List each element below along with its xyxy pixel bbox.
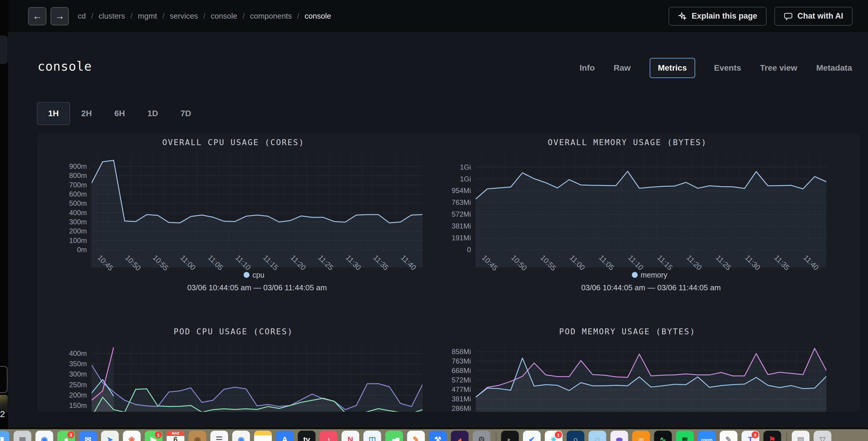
apple-tv-icon[interactable]: tv: [298, 431, 315, 441]
tab-metrics[interactable]: Metrics: [650, 58, 695, 78]
dock-divider: [786, 432, 787, 441]
breadcrumb-item-mgmt[interactable]: mgmt: [138, 11, 157, 21]
svg-text:03/06 10:44:05 am — 03/06 11:4: 03/06 10:44:05 am — 03/06 11:44:05 am: [187, 283, 327, 292]
tab-raw[interactable]: Raw: [614, 59, 631, 78]
svg-text:cpu: cpu: [253, 271, 265, 279]
svg-text:800m: 800m: [69, 171, 87, 179]
firefox-glyph: ◕: [457, 436, 462, 441]
pages-icon[interactable]: ✎: [407, 431, 425, 441]
metrics-card: OVERALL CPU USAGE (CORES)0m100m200m300m4…: [37, 134, 860, 412]
time-range-1d[interactable]: 1D: [136, 102, 169, 125]
launchpad-icon[interactable]: ▦: [13, 431, 31, 441]
apple-tv-glyph: tv: [303, 436, 310, 441]
breadcrumb-item-components[interactable]: components: [250, 11, 292, 21]
svg-text:700m: 700m: [69, 181, 87, 189]
game-pin-app-icon[interactable]: ⚑: [764, 431, 781, 441]
orange-utility-icon[interactable]: ▯▯: [632, 431, 650, 441]
safari-icon[interactable]: ◉: [35, 431, 53, 441]
tab-info[interactable]: Info: [580, 59, 595, 78]
password-app-icon[interactable]: ○: [567, 431, 584, 441]
xcode-icon[interactable]: ⚒: [429, 431, 447, 441]
time-range-2h[interactable]: 2H: [70, 102, 103, 125]
background-window-strip: 2: [0, 0, 8, 430]
trash-glyph: ▽: [819, 436, 826, 441]
breadcrumb-item-console[interactable]: console: [305, 11, 331, 21]
contacts-glyph: ◉: [194, 436, 201, 441]
spotify-icon[interactable]: ≋: [676, 431, 694, 441]
terminal-icon[interactable]: >_: [501, 431, 519, 441]
breadcrumb-item-clusters[interactable]: clusters: [99, 11, 125, 21]
breadcrumb-item-cd[interactable]: cd: [78, 11, 86, 21]
time-range-7d[interactable]: 7D: [169, 102, 203, 125]
svg-text:200m: 200m: [69, 227, 87, 235]
finder-glyph: ◨: [0, 436, 4, 441]
zoom-icon[interactable]: zoom: [698, 431, 716, 441]
preview-app-glyph: ◌: [595, 436, 599, 441]
chrome-icon[interactable]: ◉: [232, 431, 250, 441]
slack-icon[interactable]: ✳1: [545, 431, 562, 441]
time-range-1h[interactable]: 1H: [37, 102, 70, 125]
tasks-app-glyph: ✔: [529, 436, 535, 441]
facetime-icon[interactable]: ▶1: [145, 431, 162, 441]
linear-app-icon[interactable]: ⬬: [610, 431, 628, 441]
contacts-icon[interactable]: ◉: [188, 431, 206, 441]
chrome-glyph: ◉: [238, 436, 245, 441]
launchpad-glyph: ▦: [19, 436, 26, 441]
breadcrumb-item-console[interactable]: console: [211, 11, 237, 21]
chart-pod-memory-usage-bytes: POD MEMORY USAGE (BYTES)286Mi381Mi477Mi5…: [434, 323, 830, 412]
documents-stack-glyph: ▤: [797, 436, 804, 441]
back-button[interactable]: ←: [28, 7, 46, 25]
breadcrumb-separator: /: [130, 11, 132, 21]
sparkles-icon: [678, 12, 687, 21]
svg-text:381Mi: 381Mi: [452, 222, 471, 230]
photos-icon[interactable]: ❀: [123, 431, 141, 441]
svg-text:600m: 600m: [69, 190, 87, 198]
preview-app-icon[interactable]: ◌: [589, 431, 606, 441]
maps-glyph: ➤: [107, 436, 113, 441]
system-settings-icon[interactable]: ⚙: [473, 431, 490, 441]
textedit-icon[interactable]: ✎: [720, 431, 737, 441]
mail-icon[interactable]: ✉: [79, 431, 97, 441]
chart-canvas-3: 286Mi381Mi477Mi572Mi668Mi763Mi858Mi: [434, 323, 830, 412]
trash-icon[interactable]: ▽: [814, 431, 831, 441]
arrow-left-icon: ←: [32, 11, 42, 22]
numbers-icon[interactable]: ▂▅▇: [385, 431, 403, 441]
maps-icon[interactable]: ➤: [101, 431, 119, 441]
tasks-app-icon[interactable]: ✔: [523, 431, 541, 441]
notes-icon[interactable]: [254, 431, 272, 441]
tab-events[interactable]: Events: [714, 59, 741, 78]
explain-page-button[interactable]: Explain this page: [669, 7, 767, 26]
news-icon[interactable]: N: [342, 431, 359, 441]
svg-text:763Mi: 763Mi: [452, 357, 471, 365]
messages-icon[interactable]: ●3: [57, 431, 75, 441]
svg-text:1Gi: 1Gi: [460, 163, 471, 171]
keynote-glyph: ◫: [369, 436, 376, 441]
breadcrumb-item-services[interactable]: services: [170, 11, 198, 21]
chart-title: OVERALL CPU USAGE (CORES): [68, 138, 399, 147]
calendar-icon[interactable]: MAR6: [167, 431, 184, 441]
keynote-icon[interactable]: ◫: [363, 431, 381, 441]
breadcrumb-separator: /: [162, 11, 164, 21]
svg-text:572Mi: 572Mi: [452, 210, 471, 218]
activity-monitor-icon[interactable]: ∿: [654, 431, 672, 441]
music-icon[interactable]: ♪: [320, 431, 337, 441]
chart-overall-cpu-usage-cores: OVERALL CPU USAGE (CORES)0m100m200m300m4…: [47, 134, 440, 317]
tab-metadata[interactable]: Metadata: [816, 59, 852, 78]
finder-icon[interactable]: ◨: [0, 431, 9, 441]
calendar-month-label: MAR: [167, 431, 184, 436]
teams-icon[interactable]: T3: [742, 431, 759, 441]
svg-text:500m: 500m: [69, 199, 87, 207]
strip-partial-text: 2: [0, 409, 5, 419]
forward-button[interactable]: →: [51, 7, 69, 25]
notification-badge: 3: [752, 431, 759, 438]
reminders-icon[interactable]: ☰: [210, 431, 228, 441]
topbar-actions: Explain this page Chat with AI: [669, 7, 852, 26]
firefox-icon[interactable]: ◕: [451, 431, 469, 441]
documents-stack-icon[interactable]: ▤: [792, 431, 809, 441]
tab-tree-view[interactable]: Tree view: [760, 59, 797, 78]
svg-text:1Gi: 1Gi: [460, 175, 471, 183]
orange-utility-glyph: ▯▯: [639, 437, 644, 441]
time-range-6h[interactable]: 6H: [103, 102, 136, 125]
app-store-icon[interactable]: A: [276, 431, 294, 441]
chat-with-ai-button[interactable]: Chat with AI: [774, 7, 852, 26]
